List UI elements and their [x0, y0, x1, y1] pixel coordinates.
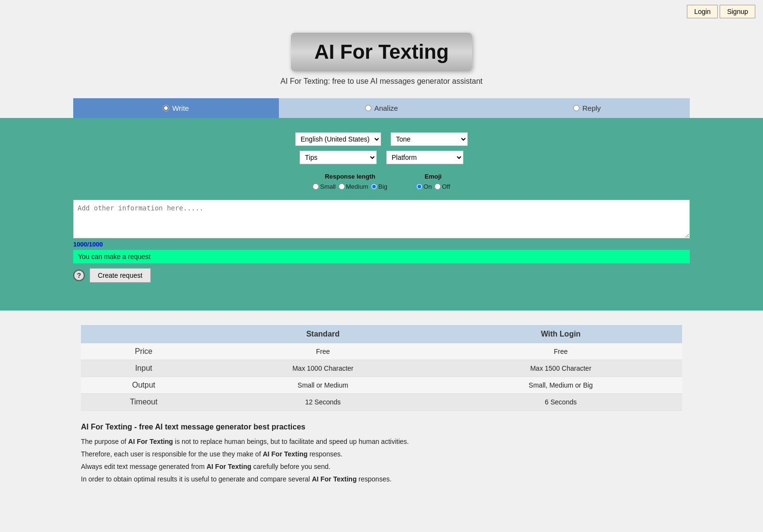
login-button[interactable]: Login — [687, 5, 718, 18]
action-row: ? Create request — [73, 268, 690, 283]
practice-line: Always edit text message generated from … — [81, 461, 682, 473]
pricing-row-standard: 12 Seconds — [206, 394, 439, 411]
pricing-col-login: With Login — [439, 325, 682, 343]
tab-write-label: Write — [172, 104, 189, 112]
pricing-row-standard: Max 1000 Character — [206, 360, 439, 377]
controls-row-1: English (United States) Spanish French G… — [295, 132, 468, 146]
response-length-big-radio[interactable] — [371, 183, 377, 190]
response-length-small-label[interactable]: Small — [313, 183, 336, 190]
response-length-radios: Small Medium Big — [313, 183, 387, 190]
pricing-col-standard: Standard — [206, 325, 439, 343]
response-length-medium-radio[interactable] — [339, 183, 345, 190]
practices-lines: The purpose of AI For Texting is not to … — [81, 436, 682, 485]
header: Login Signup — [0, 0, 763, 23]
emoji-label: Emoji — [425, 173, 442, 180]
pricing-row-standard: Free — [206, 343, 439, 360]
tab-reply-label: Reply — [582, 104, 601, 112]
response-length-medium-label[interactable]: Medium — [339, 183, 368, 190]
pricing-col-empty — [81, 325, 206, 343]
tab-write-radio[interactable] — [163, 105, 169, 111]
response-length-small-text: Small — [320, 183, 336, 190]
textarea-section: 1000/1000 You can make a request ? Creat… — [73, 200, 690, 283]
practice-line: Therefore, each user is responsible for … — [81, 449, 682, 460]
response-length-group: Response length Small Medium Big — [313, 173, 387, 190]
emoji-off-text: Off — [442, 183, 450, 190]
practice-line: The purpose of AI For Texting is not to … — [81, 436, 682, 448]
emoji-on-label[interactable]: On — [416, 183, 432, 190]
pricing-row: Output Small or Medium Small, Medium or … — [81, 377, 682, 394]
tab-reply-radio[interactable] — [573, 105, 579, 111]
tab-reply[interactable]: Reply — [484, 98, 690, 118]
tab-bar: Write Analize Reply — [73, 98, 690, 118]
platform-select[interactable]: Platform SMS WhatsApp Email Twitter — [386, 151, 463, 164]
pricing-section: Standard With Login Price Free Free Inpu… — [73, 325, 690, 411]
pricing-row: Price Free Free — [81, 343, 682, 360]
response-length-label: Response length — [325, 173, 375, 180]
controls-row-2: Tips Tip 1 Tip 2 Tip 3 Platform SMS What… — [300, 151, 463, 164]
tab-analize-label: Analize — [374, 104, 398, 112]
pricing-row-login: Small, Medium or Big — [439, 377, 682, 394]
title-box: AI For Texting — [291, 33, 472, 71]
tone-select[interactable]: Tone Formal Informal Friendly Profession… — [391, 132, 468, 146]
controls-section: English (United States) Spanish French G… — [8, 132, 755, 190]
pricing-row-standard: Small or Medium — [206, 377, 439, 394]
pricing-row-login: Max 1500 Character — [439, 360, 682, 377]
emoji-group: Emoji On Off — [416, 173, 450, 190]
pricing-row: Timeout 12 Seconds 6 Seconds — [81, 394, 682, 411]
language-select[interactable]: English (United States) Spanish French G… — [295, 132, 381, 146]
tab-analize-radio[interactable] — [365, 105, 371, 111]
pricing-row-login: Free — [439, 343, 682, 360]
char-count: 1000/1000 — [73, 241, 690, 248]
emoji-off-label[interactable]: Off — [434, 183, 450, 190]
main-content: English (United States) Spanish French G… — [0, 118, 763, 311]
practices-heading: AI For Texting - free AI text message ge… — [81, 420, 682, 433]
response-length-big-label[interactable]: Big — [371, 183, 387, 190]
response-length-small-radio[interactable] — [313, 183, 319, 190]
tab-analize[interactable]: Analize — [279, 98, 485, 118]
subtitle: AI For Texting: free to use AI messages … — [0, 77, 763, 86]
response-length-medium-text: Medium — [346, 183, 368, 190]
response-length-big-text: Big — [378, 183, 387, 190]
create-request-button[interactable]: Create request — [90, 268, 151, 283]
pricing-row-label: Price — [81, 343, 206, 360]
info-textarea[interactable] — [73, 200, 690, 238]
options-row: Response length Small Medium Big — [313, 173, 450, 190]
pricing-row: Input Max 1000 Character Max 1500 Charac… — [81, 360, 682, 377]
emoji-on-text: On — [423, 183, 432, 190]
emoji-radios: On Off — [416, 183, 450, 190]
status-bar: You can make a request — [73, 250, 690, 263]
pricing-row-login: 6 Seconds — [439, 394, 682, 411]
practice-line: In order to obtain optimal results it is… — [81, 474, 682, 485]
pricing-row-label: Output — [81, 377, 206, 394]
signup-button[interactable]: Signup — [720, 5, 755, 18]
emoji-on-radio[interactable] — [416, 183, 422, 190]
main-title: AI For Texting — [314, 40, 448, 64]
pricing-table: Standard With Login Price Free Free Inpu… — [81, 325, 682, 411]
help-icon[interactable]: ? — [73, 270, 85, 281]
pricing-row-label: Timeout — [81, 394, 206, 411]
practices-section: AI For Texting - free AI text message ge… — [73, 420, 690, 500]
tab-write[interactable]: Write — [73, 98, 279, 118]
title-section: AI For Texting AI For Texting: free to u… — [0, 23, 763, 98]
emoji-off-radio[interactable] — [434, 183, 441, 190]
tips-select[interactable]: Tips Tip 1 Tip 2 Tip 3 — [300, 151, 377, 164]
pricing-row-label: Input — [81, 360, 206, 377]
